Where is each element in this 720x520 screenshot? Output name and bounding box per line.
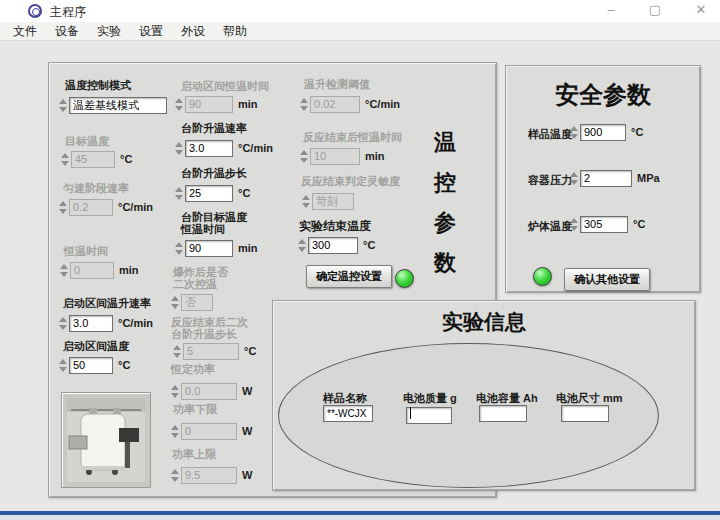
start-hold-time-unit: min: [238, 98, 258, 110]
hold-time-unit: min: [119, 264, 139, 276]
second-step-size-input: [183, 343, 239, 360]
vessel-pressure-label: 容器压力: [528, 174, 572, 186]
temp-mode-spinner[interactable]: [57, 95, 68, 115]
decrement-icon: [175, 106, 183, 111]
sample-temp-input[interactable]: [580, 124, 626, 141]
increment-icon[interactable]: [570, 126, 578, 131]
furnace-temp-unit: °C: [633, 218, 645, 230]
step-size-spinner[interactable]: [173, 183, 184, 203]
start-rise-rate-input[interactable]: [69, 315, 113, 332]
menu-peripherals[interactable]: 外设: [172, 22, 214, 40]
increment-icon[interactable]: [298, 239, 306, 244]
furnace-temp-spinner[interactable]: [568, 214, 579, 234]
start-rise-rate-label: 启动区间温升速率: [63, 297, 151, 309]
rise-threshold-spinner: [298, 94, 309, 114]
power-low-input: [181, 423, 237, 440]
confirm-temp-settings-button[interactable]: 确定温控设置: [306, 265, 392, 288]
menu-help[interactable]: 帮助: [214, 22, 256, 40]
end-temp-spinner[interactable]: [296, 235, 307, 255]
temp-mode-select[interactable]: [69, 97, 167, 114]
decrement-icon[interactable]: [298, 247, 306, 252]
start-temp-label: 启动区间温度: [63, 340, 129, 352]
vessel-pressure-spinner[interactable]: [568, 168, 579, 188]
target-temp-spinner: [59, 149, 70, 169]
decrement-icon: [171, 304, 179, 309]
increment-icon: [175, 98, 183, 103]
uniform-rate-input: [69, 199, 113, 216]
uniform-rate-label: 匀速阶段速率: [63, 182, 129, 194]
step-rate-input[interactable]: [185, 140, 233, 157]
start-rise-rate-spinner[interactable]: [57, 313, 68, 333]
decrement-icon[interactable]: [59, 367, 67, 372]
sample-name-label: 样品名称: [323, 392, 367, 404]
decrement-icon[interactable]: [570, 180, 578, 185]
uniform-rate-spinner: [57, 197, 68, 217]
temp-panel-side-title: 温 控 参 数: [432, 123, 458, 283]
sensitivity-select: [312, 193, 354, 210]
confirm-other-settings-button[interactable]: 确认其他设置: [564, 268, 650, 291]
menu-settings[interactable]: 设置: [130, 22, 172, 40]
experiment-panel-title: 实验信息: [273, 308, 695, 336]
increment-icon: [302, 195, 310, 200]
decrement-icon: [300, 158, 308, 163]
menu-file[interactable]: 文件: [4, 22, 46, 40]
target-temp-input: [71, 151, 115, 168]
increment-icon: [61, 153, 69, 158]
increment-icon[interactable]: [570, 218, 578, 223]
power-low-label: 功率下限: [173, 403, 217, 415]
window-bottom-fill: [0, 515, 720, 520]
decrement-icon[interactable]: [570, 226, 578, 231]
decrement-icon[interactable]: [59, 325, 67, 330]
decrement-icon[interactable]: [59, 107, 67, 112]
increment-icon[interactable]: [570, 172, 578, 177]
vessel-pressure-input[interactable]: [580, 170, 632, 187]
maximize-button[interactable]: ▢: [638, 0, 672, 22]
furnace-temp-label: 炉体温度: [528, 220, 572, 232]
battery-capacity-input[interactable]: [479, 405, 527, 422]
step-hold-time-spinner[interactable]: [173, 238, 184, 258]
decrement-icon[interactable]: [175, 250, 183, 255]
furnace-temp-input[interactable]: [580, 216, 628, 233]
decrement-icon: [300, 106, 308, 111]
decrement-icon: [60, 272, 68, 277]
increment-icon: [60, 264, 68, 269]
power-low-unit: W: [242, 425, 252, 437]
end-temp-input[interactable]: [308, 237, 358, 254]
increment-icon[interactable]: [175, 187, 183, 192]
menu-experiment[interactable]: 实验: [88, 22, 130, 40]
sample-name-input[interactable]: [323, 405, 373, 422]
decrement-icon: [171, 477, 179, 482]
sample-temp-spinner[interactable]: [568, 122, 579, 142]
power-high-label: 功率上限: [172, 448, 216, 460]
increment-icon[interactable]: [59, 359, 67, 364]
step-size-input[interactable]: [185, 185, 233, 202]
decrement-icon: [173, 353, 181, 358]
increment-icon[interactable]: [59, 99, 67, 104]
start-rise-rate-unit: °C/min: [118, 317, 153, 329]
step-rate-unit: °C/min: [238, 142, 273, 154]
second-step-size-spinner: [171, 341, 182, 361]
explosion-recontrol-select: [181, 294, 213, 311]
decrement-icon: [171, 433, 179, 438]
decrement-icon[interactable]: [175, 195, 183, 200]
close-button[interactable]: ✕: [684, 0, 718, 22]
step-hold-time-input[interactable]: [185, 240, 233, 257]
minimize-button[interactable]: –: [594, 0, 628, 22]
start-temp-spinner[interactable]: [57, 355, 68, 375]
battery-size-input[interactable]: [561, 405, 609, 422]
menu-device[interactable]: 设备: [46, 22, 88, 40]
hold-time-label: 恒温时间: [64, 245, 108, 257]
decrement-icon[interactable]: [175, 150, 183, 155]
increment-icon[interactable]: [175, 242, 183, 247]
decrement-icon[interactable]: [570, 134, 578, 139]
step-rate-spinner[interactable]: [173, 138, 184, 158]
window-title: 主程序: [50, 4, 86, 21]
battery-mass-label: 电池质量 g: [403, 392, 457, 404]
start-temp-input[interactable]: [69, 357, 113, 374]
increment-icon[interactable]: [59, 317, 67, 322]
step-size-unit: °C: [238, 187, 250, 199]
start-hold-time-label: 启动区间恒温时间: [181, 80, 269, 92]
battery-mass-input[interactable]: [406, 407, 452, 424]
increment-icon[interactable]: [175, 142, 183, 147]
post-reaction-hold-spinner: [298, 146, 309, 166]
